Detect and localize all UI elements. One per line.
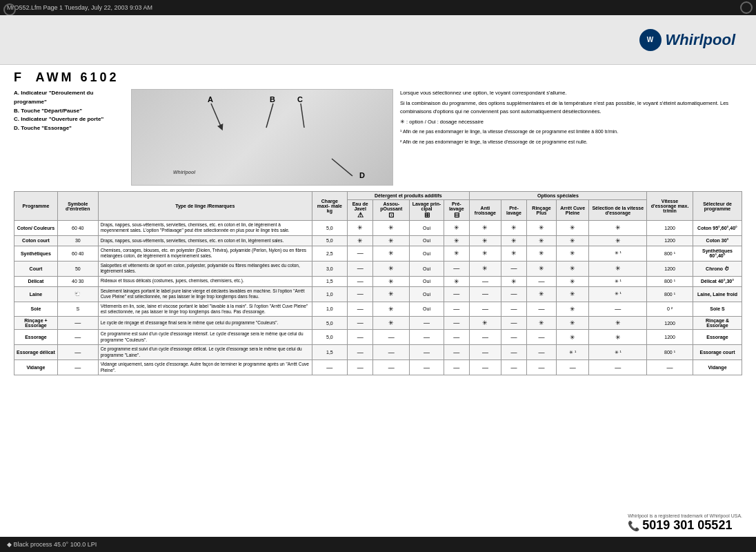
table-cell: Rinçage & Essorage <box>693 317 742 330</box>
table-cell: Draps, nappes, sous-vêtements, serviette… <box>98 235 312 246</box>
table-cell: 1200 <box>647 330 693 345</box>
table-cell: 40 30 <box>57 276 98 286</box>
label-b: B. Touche "Départ/Pause" <box>14 107 124 116</box>
th-assou: Assou- pOussant ⊡ <box>373 200 410 221</box>
table-cell: Coton 95°,60°,40° <box>693 221 742 236</box>
table-cell: — <box>469 286 501 302</box>
table-cell: Seulement lainages portant le label pure… <box>98 286 312 302</box>
table-cell: ✳ <box>501 246 527 261</box>
table-cell: — <box>501 360 527 375</box>
table-cell: — <box>347 286 373 302</box>
table-cell: — <box>589 360 647 375</box>
table-cell: — <box>501 330 527 345</box>
diagram-background <box>132 90 392 185</box>
table-cell: — <box>469 302 501 317</box>
table-cell: Rideaux et tissus délicats (costumes, ju… <box>98 276 312 286</box>
table-cell: Essorage <box>14 330 58 345</box>
table-cell: Synthétiques <box>14 246 58 261</box>
table-cell: — <box>347 246 373 261</box>
table-cell: Oui <box>410 302 444 317</box>
table-cell: ✳ <box>556 246 588 261</box>
table-row: Synthétiques60 40Chemises, corsages, blo… <box>14 246 742 261</box>
table-cell: — <box>469 360 501 375</box>
table-cell: — <box>526 302 556 317</box>
table-cell: — <box>501 302 527 317</box>
table-cell: ✳ <box>589 221 647 236</box>
table-cell: ✳ <box>589 317 647 330</box>
title-section: F AWM 6102 <box>14 70 742 85</box>
table-cell: 1200 <box>647 317 693 330</box>
table-cell: — <box>312 360 347 375</box>
table-row: SoieSVêtements en lin, soie, laine et vi… <box>14 302 742 317</box>
table-cell: Essorage court <box>693 345 742 360</box>
table-cell: — <box>57 317 98 330</box>
corner-tl <box>3 3 16 16</box>
table-cell: — <box>501 261 527 276</box>
table-cell: Vidange <box>693 360 742 375</box>
th-symbole: Symbole d'entretien <box>57 192 98 221</box>
table-cell: Délicat 40°,30° <box>693 276 742 286</box>
table-cell: 1,0 <box>312 286 347 302</box>
table-row: Délicat40 30Rideaux et tissus délicats (… <box>14 276 742 286</box>
table-cell: ✳ <box>556 286 588 302</box>
table-cell: Coton/ Couleurs <box>14 221 58 236</box>
table-cell: 1200 <box>647 235 693 246</box>
th-type: Type de linge /Remarques <box>98 192 312 221</box>
table-cell: ✳ <box>556 261 588 276</box>
table-cell: 5,0 <box>312 221 347 236</box>
table-cell: ✳ ¹ <box>556 345 588 360</box>
table-cell: 60 40 <box>57 246 98 261</box>
table-cell: — <box>526 345 556 360</box>
table-cell: — <box>444 261 469 276</box>
table-cell: 50 <box>57 261 98 276</box>
whirlpool-icon: W <box>639 29 662 51</box>
table-cell: 800 ¹ <box>647 286 693 302</box>
table-cell: ✳ <box>556 235 588 246</box>
table-cell: ✳ <box>556 221 588 236</box>
table-cell: ✳ <box>347 235 373 246</box>
table-cell: — <box>347 345 373 360</box>
table-cell: 60 40 <box>57 221 98 236</box>
table-row: Laine🐑Seulement lainages portant le labe… <box>14 286 742 302</box>
table-cell: Vidange <box>14 360 58 375</box>
diagram-label-c: C <box>297 95 303 103</box>
th-detergent: Détergent et produits additifs <box>347 192 469 200</box>
table-cell: 5,0 <box>312 330 347 345</box>
table-cell: Délicat <box>14 276 58 286</box>
table-cell: — <box>347 330 373 345</box>
table-row: Essorage délicat—Ce programme est suivi … <box>14 345 742 360</box>
table-cell: ✳ <box>373 302 410 317</box>
table-cell: — <box>526 330 556 345</box>
footnote-2: ² Afin de ne pas endommager le linge, la… <box>400 139 742 146</box>
table-cell: ✳ ¹ <box>589 276 647 286</box>
table-cell: ✳ <box>373 286 410 302</box>
diagram-watermark: Whirlpool <box>173 170 195 175</box>
table-cell: ✳ <box>526 246 556 261</box>
table-cell: Essorage délicat <box>14 345 58 360</box>
table-cell: — <box>57 345 98 360</box>
table-cell: ✳ <box>526 317 556 330</box>
table-cell: Ce programme est suivi d'un cycle d'esso… <box>98 330 312 345</box>
table-cell: — <box>410 360 444 375</box>
phone-icon: 📞 <box>628 520 639 531</box>
programme-table: Programme Symbole d'entretien Type de li… <box>14 191 742 375</box>
product-number: 📞 5019 301 05521 <box>628 518 742 533</box>
table-cell: ✳ <box>556 276 588 286</box>
table-cell: 1,5 <box>312 276 347 286</box>
table-cell: — <box>444 286 469 302</box>
table-cell: — <box>347 360 373 375</box>
table-cell: — <box>444 360 469 375</box>
table-cell: ✳ <box>444 276 469 286</box>
table-cell: — <box>556 360 588 375</box>
th-arret: Arrêt Cuve Pleine <box>556 200 588 221</box>
table-cell: — <box>347 276 373 286</box>
table-cell: 1,0 <box>312 302 347 317</box>
table-cell: 2,5 <box>312 246 347 261</box>
whirlpool-logo: W Whirlpool <box>639 29 735 51</box>
table-cell: ✳ <box>347 221 373 236</box>
table-cell: ✳ <box>444 221 469 236</box>
table-cell: ✳ <box>589 330 647 345</box>
table-cell: ✳ <box>469 235 501 246</box>
th-lavage: Lavage prin- cipal ⊞ <box>410 200 444 221</box>
table-cell: ✳ <box>589 261 647 276</box>
